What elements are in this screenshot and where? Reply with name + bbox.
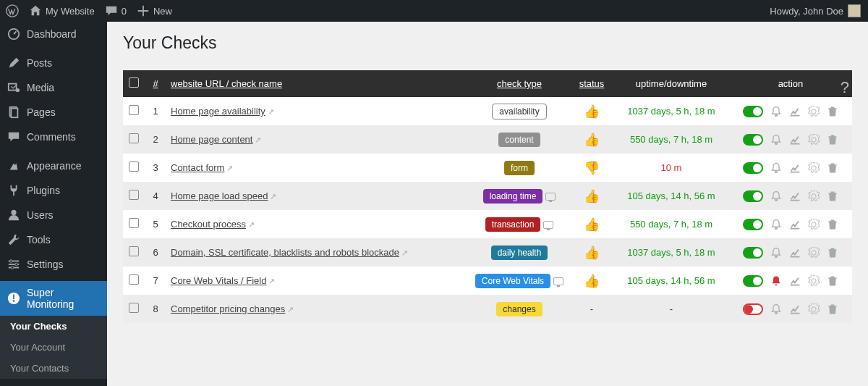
trash-icon[interactable] (827, 247, 838, 259)
gear-icon[interactable] (808, 247, 820, 259)
sidebar-item-dashboard[interactable]: Dashboard (0, 22, 107, 46)
uptime-cell: - (613, 295, 729, 323)
enable-toggle[interactable] (743, 275, 763, 287)
svg-point-3 (16, 88, 20, 92)
gear-icon[interactable] (808, 106, 820, 117)
gear-icon[interactable] (808, 162, 820, 174)
submenu-your-account[interactable]: Your Account (0, 337, 107, 358)
check-name-link[interactable]: Home page load speed (171, 190, 268, 201)
chart-icon[interactable] (789, 247, 801, 259)
trash-icon[interactable] (827, 162, 838, 174)
check-name-link[interactable]: Home page content (171, 134, 252, 145)
trash-icon[interactable] (827, 190, 838, 202)
row-checkbox[interactable] (129, 218, 139, 228)
bell-icon[interactable] (770, 219, 782, 230)
bell-icon[interactable] (770, 162, 782, 174)
gear-icon[interactable] (808, 275, 820, 287)
sidebar-item-super-monitoring[interactable]: Super Monitoring (0, 281, 107, 316)
sidebar-item-pages[interactable]: Pages (0, 100, 107, 125)
main-content: Your Checks ? # website URL / check name… (107, 22, 868, 386)
bell-icon[interactable] (770, 190, 782, 202)
trash-icon[interactable] (827, 219, 838, 230)
status-cell: 👍 (570, 182, 613, 210)
trash-icon[interactable] (827, 303, 838, 315)
enable-toggle[interactable] (743, 247, 763, 259)
gear-icon[interactable] (808, 190, 820, 202)
enable-toggle[interactable] (743, 162, 763, 174)
chart-icon[interactable] (789, 190, 801, 202)
chart-icon[interactable] (789, 134, 801, 146)
thumb-up-icon: 👍 (584, 274, 600, 288)
row-checkbox[interactable] (129, 246, 139, 256)
new-content-link[interactable]: New (137, 4, 172, 17)
check-name-link[interactable]: Checkout process (171, 219, 246, 230)
select-all-checkbox[interactable] (129, 77, 139, 88)
help-icon[interactable]: ? (841, 78, 849, 97)
row-checkbox[interactable] (129, 190, 139, 200)
check-name-link[interactable]: Competitor pricing changes (171, 303, 285, 314)
col-number[interactable]: # (145, 70, 166, 97)
site-home-link[interactable]: My Website (29, 4, 95, 17)
row-checkbox[interactable] (129, 161, 139, 172)
sidebar-item-users[interactable]: Users (0, 203, 107, 227)
gear-icon[interactable] (808, 134, 820, 146)
gear-icon[interactable] (808, 219, 820, 230)
enable-toggle[interactable] (743, 134, 763, 146)
sidebar-item-tools[interactable]: Tools (0, 227, 107, 252)
external-link-icon: ↗ (401, 248, 408, 257)
sidebar-item-plugins[interactable]: Plugins (0, 178, 107, 203)
sidebar-item-media[interactable]: Media (0, 75, 107, 100)
trash-icon[interactable] (827, 275, 838, 287)
check-name-link[interactable]: Home page availability (171, 106, 265, 117)
sidebar-item-settings[interactable]: Settings (0, 252, 107, 277)
row-checkbox[interactable] (129, 133, 139, 143)
svg-point-12 (11, 267, 14, 269)
trash-icon[interactable] (827, 106, 838, 117)
enable-toggle[interactable] (743, 190, 763, 202)
submenu-your-contacts[interactable]: Your Contacts (0, 358, 107, 379)
external-link-icon: ↗ (226, 164, 233, 172)
check-type-badge: form (504, 161, 535, 175)
bell-icon[interactable] (770, 134, 782, 146)
collapse-menu[interactable]: Collapse menu (0, 383, 107, 386)
row-checkbox[interactable] (129, 274, 139, 285)
chart-icon[interactable] (789, 162, 801, 174)
trash-icon[interactable] (827, 134, 838, 146)
thumb-up-icon: 👍 (584, 104, 600, 119)
bell-icon[interactable] (770, 275, 782, 287)
chart-icon[interactable] (789, 106, 801, 117)
howdy-text[interactable]: Howdy, John Doe (770, 6, 843, 17)
col-type[interactable]: check type (469, 70, 570, 97)
check-name-link[interactable]: Core Web Vitals / Field (171, 275, 266, 286)
thumb-up-icon: 👍 (584, 246, 600, 260)
sidebar-item-comments[interactable]: Comments (0, 125, 107, 149)
gear-icon[interactable] (808, 303, 820, 315)
chart-icon[interactable] (789, 303, 801, 315)
sidebar-item-appearance[interactable]: Appearance (0, 154, 107, 178)
chart-icon[interactable] (789, 219, 801, 230)
comments-link[interactable]: 0 (105, 4, 127, 17)
wp-logo[interactable] (6, 4, 19, 17)
uptime-cell: 10 m (613, 154, 729, 182)
bell-icon[interactable] (770, 106, 782, 117)
check-type-badge: changes (496, 302, 542, 316)
check-name-link[interactable]: Contact form (171, 162, 224, 173)
bell-icon[interactable] (770, 303, 782, 315)
row-number: 8 (145, 295, 166, 323)
svg-rect-14 (13, 295, 14, 299)
bell-icon[interactable] (770, 247, 782, 259)
submenu-your-checks[interactable]: Your Checks (0, 316, 107, 337)
row-checkbox[interactable] (129, 303, 139, 313)
col-status[interactable]: status (570, 70, 613, 97)
enable-toggle[interactable] (743, 303, 763, 315)
row-checkbox[interactable] (129, 105, 139, 115)
new-label: New (153, 6, 172, 17)
enable-toggle[interactable] (743, 219, 763, 230)
col-name[interactable]: website URL / check name (166, 70, 469, 97)
chart-icon[interactable] (789, 275, 801, 287)
sidebar-item-posts[interactable]: Posts (0, 51, 107, 75)
admin-sidebar: Dashboard Posts Media Pages Comments App… (0, 22, 107, 386)
check-name-link[interactable]: Domain, SSL certificate, blacklists and … (171, 247, 399, 258)
avatar[interactable] (848, 4, 861, 17)
enable-toggle[interactable] (743, 106, 763, 117)
